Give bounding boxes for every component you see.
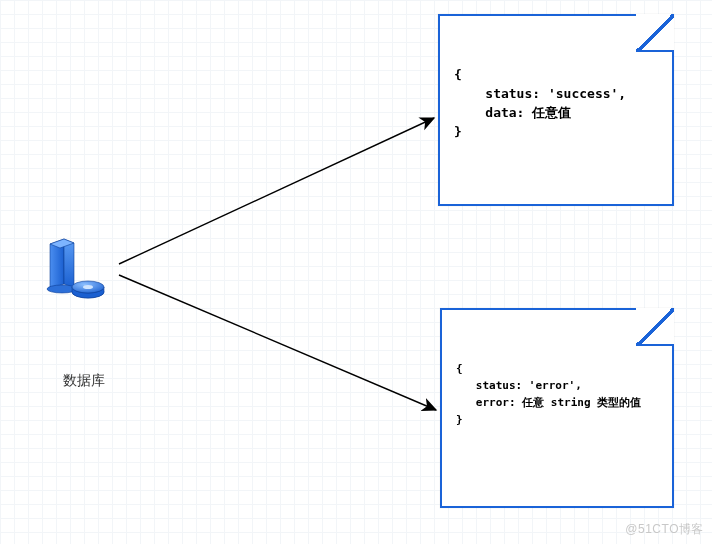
database-icon [44, 238, 114, 302]
arrow-to-success [119, 118, 434, 264]
page-fold-icon [636, 14, 674, 52]
arrow-to-error [119, 275, 436, 410]
page-fold-icon [636, 308, 674, 346]
svg-point-3 [83, 285, 93, 289]
success-response-document: { status: 'success', data: 任意值 } [438, 14, 674, 206]
error-code-line-2: status: 'error', [456, 377, 658, 394]
success-code-line-4: } [454, 123, 658, 142]
error-code-line-1: { [456, 360, 658, 377]
error-response-document: { status: 'error', error: 任意 string 类型的值… [440, 308, 674, 508]
database-node: 数据库 [44, 238, 124, 390]
success-code-line-3: data: 任意值 [454, 104, 658, 123]
diagram-canvas: 数据库 { status: 'success', data: 任意值 } { s… [0, 0, 712, 544]
success-code-line-1: { [454, 66, 658, 85]
success-code-line-2: status: 'success', [454, 85, 658, 104]
error-code-line-3: error: 任意 string 类型的值 [456, 394, 658, 411]
error-code-line-4: } [456, 411, 658, 428]
database-label: 数据库 [44, 372, 124, 390]
watermark: @51CTO博客 [625, 521, 704, 538]
